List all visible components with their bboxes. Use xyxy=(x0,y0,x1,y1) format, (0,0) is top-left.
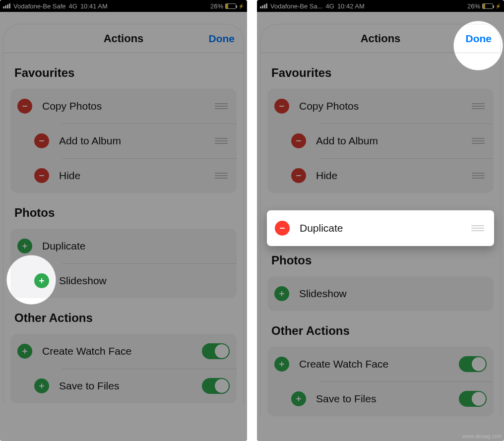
row-label: Slideshow xyxy=(59,275,230,287)
section-photos-title: Photos xyxy=(3,193,244,226)
other-row-save-to-files[interactable]: Save to Files xyxy=(291,381,494,416)
other-row-save-to-files[interactable]: Save to Files xyxy=(34,369,237,403)
other-card: Create Watch Face Save to Files xyxy=(267,347,494,416)
svg-rect-8 xyxy=(22,351,27,352)
battery-percent: 26% xyxy=(210,2,223,10)
other-card: Create Watch Face Save to Files xyxy=(10,334,237,403)
row-label: Copy Photos xyxy=(299,100,473,112)
network-type: 4G xyxy=(326,2,334,10)
remove-icon[interactable] xyxy=(291,168,306,183)
battery-icon xyxy=(482,3,493,9)
drag-handle-icon[interactable] xyxy=(216,138,230,144)
section-other-title: Other Actions xyxy=(260,311,501,344)
favourites-card: Copy Photos Add to Album Hide xyxy=(267,89,494,193)
remove-icon[interactable] xyxy=(291,133,306,148)
row-label: Duplicate xyxy=(300,222,472,234)
signal-icon xyxy=(3,3,10,8)
fav-row-copy-photos[interactable]: Copy Photos xyxy=(267,89,494,124)
navbar: Actions Done xyxy=(3,24,244,53)
remove-icon[interactable] xyxy=(17,99,32,114)
add-icon[interactable] xyxy=(34,378,49,393)
toggle-switch[interactable] xyxy=(202,378,230,394)
carrier-label: Vodafone-Be Sa... xyxy=(270,2,323,10)
drag-handle-icon[interactable] xyxy=(216,173,230,179)
svg-rect-11 xyxy=(279,106,284,107)
clock: 10:42 AM xyxy=(337,2,365,10)
svg-rect-13 xyxy=(296,175,301,176)
section-favourites-title: Favourites xyxy=(3,53,244,86)
remove-icon[interactable] xyxy=(34,168,49,183)
fav-row-add-to-album[interactable]: Add to Album xyxy=(34,124,237,158)
network-type: 4G xyxy=(69,2,77,10)
svg-rect-12 xyxy=(296,140,301,141)
other-row-watchface[interactable]: Create Watch Face xyxy=(267,347,494,381)
fav-row-hide[interactable]: Hide xyxy=(34,158,237,193)
svg-rect-19 xyxy=(296,398,301,399)
toggle-switch[interactable] xyxy=(459,356,487,372)
battery-percent: 26% xyxy=(467,2,480,10)
section-other-title: Other Actions xyxy=(3,298,244,331)
add-icon[interactable] xyxy=(274,357,289,372)
navbar: Actions Done xyxy=(260,24,501,53)
dragging-row-duplicate[interactable]: Duplicate xyxy=(267,210,494,246)
row-label: Hide xyxy=(316,170,473,182)
photos-row-duplicate[interactable]: Duplicate xyxy=(10,229,237,263)
add-icon[interactable] xyxy=(274,286,289,301)
charging-icon: ⚡ xyxy=(495,3,501,9)
battery-icon xyxy=(225,3,236,9)
page-title: Actions xyxy=(104,32,144,45)
signal-icon xyxy=(260,3,267,8)
row-label: Copy Photos xyxy=(42,100,216,112)
drag-handle-icon[interactable] xyxy=(216,103,230,109)
row-label: Create Watch Face xyxy=(299,358,459,370)
photos-card: Duplicate Slideshow xyxy=(10,229,237,298)
drag-handle-icon[interactable] xyxy=(473,103,487,109)
add-icon[interactable] xyxy=(291,391,306,406)
add-icon[interactable] xyxy=(17,344,32,359)
done-button[interactable]: Done xyxy=(466,33,492,45)
svg-rect-2 xyxy=(39,175,44,176)
svg-rect-1 xyxy=(39,140,44,141)
svg-rect-20 xyxy=(280,228,285,229)
status-bar: Vodafone-Be Safe 4G 10:41 AM 26% ⚡ xyxy=(0,0,247,12)
remove-icon[interactable] xyxy=(34,133,49,148)
row-label: Slideshow xyxy=(299,288,487,300)
watermark: www.deuag.com xyxy=(462,434,502,439)
fav-row-copy-photos[interactable]: Copy Photos xyxy=(10,89,237,124)
charging-icon: ⚡ xyxy=(238,3,244,9)
toggle-switch[interactable] xyxy=(202,343,230,359)
row-label: Save to Files xyxy=(59,380,202,392)
photos-row-slideshow[interactable]: Slideshow xyxy=(267,276,494,311)
remove-icon[interactable] xyxy=(274,99,289,114)
clock: 10:41 AM xyxy=(80,2,108,10)
svg-rect-4 xyxy=(22,246,27,247)
drag-handle-icon[interactable] xyxy=(472,225,486,231)
add-icon[interactable] xyxy=(17,239,32,253)
drag-handle-icon[interactable] xyxy=(473,138,487,144)
add-icon[interactable] xyxy=(34,273,49,288)
carrier-label: Vodafone-Be Safe xyxy=(13,2,66,10)
fav-row-add-to-album[interactable]: Add to Album xyxy=(291,124,494,158)
row-label: Add to Album xyxy=(59,135,216,147)
favourites-card: Copy Photos Add to Album Hide xyxy=(10,89,237,193)
row-label: Hide xyxy=(59,170,216,182)
svg-rect-10 xyxy=(39,385,44,386)
photos-card: Slideshow xyxy=(267,276,494,311)
toggle-switch[interactable] xyxy=(459,391,487,407)
row-label: Create Watch Face xyxy=(42,345,202,357)
photos-row-slideshow[interactable]: Slideshow xyxy=(34,263,237,298)
remove-icon[interactable] xyxy=(275,221,290,236)
actions-sheet: Actions Done Favourites Copy Photos Add … xyxy=(3,24,244,403)
row-label: Add to Album xyxy=(316,135,473,147)
section-favourites-title: Favourites xyxy=(260,53,501,86)
other-row-watchface[interactable]: Create Watch Face xyxy=(10,334,237,369)
drag-handle-icon[interactable] xyxy=(473,173,487,179)
screenshot-left: Vodafone-Be Safe 4G 10:41 AM 26% ⚡ Actio… xyxy=(0,0,247,441)
status-bar: Vodafone-Be Sa... 4G 10:42 AM 26% ⚡ xyxy=(257,0,504,12)
page-title: Actions xyxy=(361,32,401,45)
done-button[interactable]: Done xyxy=(209,33,235,45)
fav-row-hide[interactable]: Hide xyxy=(291,158,494,193)
svg-rect-15 xyxy=(279,293,284,294)
screenshot-right: Vodafone-Be Sa... 4G 10:42 AM 26% ⚡ Acti… xyxy=(257,0,504,441)
row-label: Save to Files xyxy=(316,393,459,405)
